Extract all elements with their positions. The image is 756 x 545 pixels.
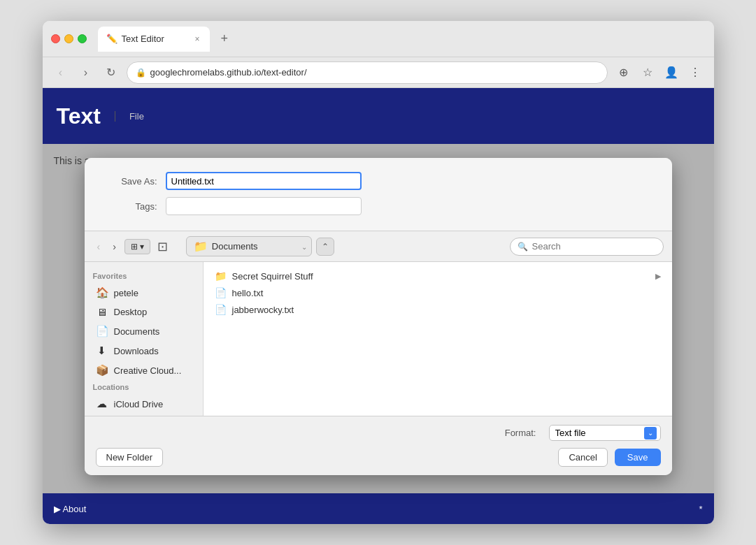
star-icon[interactable]: ☆ [637, 62, 658, 83]
app-footer-star: * [699, 504, 702, 514]
dialog-footer: Format: Text file HTML Markdown ⌄ [85, 416, 672, 475]
home-icon: 🏠 [96, 286, 108, 299]
sidebar-item-desktop[interactable]: 🖥 Desktop [87, 303, 200, 321]
sidebar-item-icloud[interactable]: ☁ iCloud Drive [87, 394, 200, 414]
close-button[interactable] [51, 34, 60, 43]
sidebar-label-icloud: iCloud Drive [114, 399, 164, 409]
file-list: 📁 Secret Squirrel Stuff ▶ 📄 hello.txt 📄 … [204, 262, 672, 416]
sidebar-label-desktop: Desktop [114, 307, 148, 317]
expand-button[interactable]: ⌃ [316, 238, 334, 256]
page-content: Text File This is a n Save As: Tags: [43, 88, 714, 524]
filename-input[interactable] [166, 172, 362, 190]
tags-field: Tags: [101, 197, 655, 215]
view-chevron-icon: ▾ [140, 242, 144, 252]
modal-overlay: Save As: Tags: ‹ › ⊞ [43, 144, 714, 493]
tags-label: Tags: [101, 201, 157, 212]
menu-icon[interactable]: ⋮ [685, 62, 706, 83]
save-as-field: Save As: [101, 172, 655, 190]
minimize-button[interactable] [64, 34, 73, 43]
browser-tab[interactable]: ✏️ Text Editor × [98, 27, 210, 52]
toolbar-back-button[interactable]: ‹ [93, 238, 105, 255]
new-folder-button[interactable]: New Folder [96, 448, 163, 467]
documents-icon: 📄 [96, 325, 108, 337]
view-toggle-button[interactable]: ⊞ ▾ [124, 239, 150, 254]
sidebar: Favorites 🏠 petele 🖥 Desktop 📄 [85, 262, 204, 416]
format-row: Format: Text file HTML Markdown ⌄ [96, 425, 661, 441]
forward-button[interactable]: › [76, 63, 96, 82]
browser-window: ✏️ Text Editor × + ‹ › ↻ 🔒 googlechromel… [43, 21, 714, 524]
app-header: Text File [43, 88, 714, 144]
dialog-body: Favorites 🏠 petele 🖥 Desktop 📄 [85, 262, 672, 416]
dialog-buttons: New Folder Cancel Save [96, 448, 661, 467]
sidebar-label-creative-cloud: Creative Cloud... [114, 365, 182, 376]
dialog-header: Save As: Tags: [85, 158, 672, 231]
sidebar-item-creative-cloud[interactable]: 📦 Creative Cloud... [87, 361, 200, 380]
cancel-button[interactable]: Cancel [558, 448, 607, 467]
sidebar-item-petele[interactable]: 🏠 petele [87, 283, 200, 303]
dialog-toolbar: ‹ › ⊞ ▾ ⊡ 📁 Documents ⌄ [85, 231, 672, 262]
format-select[interactable]: Text file HTML Markdown [549, 425, 661, 441]
traffic-lights [51, 34, 87, 43]
save-button[interactable]: Save [615, 449, 661, 466]
icloud-icon: ☁ [96, 398, 108, 410]
address-bar: ‹ › ↻ 🔒 googlechromelabs.github.io/text-… [43, 57, 714, 88]
save-dialog: Save As: Tags: ‹ › ⊞ [85, 158, 672, 475]
app-footer-text: ▶ About [54, 504, 87, 514]
app-body: This is a n Save As: Tags: [43, 144, 714, 493]
creative-cloud-icon: 📦 [96, 364, 108, 377]
url-text: googlechromelabs.github.io/text-editor/ [150, 67, 307, 78]
sidebar-label-downloads: Downloads [114, 346, 159, 356]
toolbar-new-folder-button[interactable]: ⊡ [155, 236, 171, 257]
file-icon: 📄 [215, 287, 227, 298]
downloads-icon: ⬇ [96, 344, 108, 357]
location-label: Documents [212, 241, 258, 252]
format-select-wrapper: Text file HTML Markdown ⌄ [549, 425, 661, 441]
tab-title: Text Editor [122, 34, 190, 44]
maximize-button[interactable] [78, 34, 87, 43]
sidebar-item-documents[interactable]: 📄 Documents [87, 321, 200, 341]
file-icon: 📄 [215, 304, 227, 315]
profile-icon[interactable]: 👤 [661, 62, 682, 83]
sidebar-label-petele: petele [114, 288, 138, 298]
tab-icon: ✏️ [106, 34, 117, 44]
lock-icon: 🔒 [136, 68, 146, 78]
search-field: 🔍 [510, 238, 664, 256]
search-icon: 🔍 [518, 242, 528, 252]
title-bar: ✏️ Text Editor × + [43, 21, 714, 57]
arrow-icon: ▶ [655, 272, 661, 281]
location-folder-icon: 📁 [194, 240, 208, 253]
list-item[interactable]: 📄 jabberwocky.txt [209, 301, 666, 318]
sidebar-label-documents: Documents [114, 326, 160, 337]
list-item[interactable]: 📄 hello.txt [209, 284, 666, 301]
file-label: Secret Squirrel Stuff [232, 271, 313, 282]
locations-section-title: Locations [85, 380, 203, 394]
format-label: Format: [505, 428, 536, 438]
new-tab-button[interactable]: + [215, 29, 234, 49]
sidebar-item-downloads[interactable]: ⬇ Downloads [87, 341, 200, 361]
account-icon[interactable]: ⊕ [613, 62, 634, 83]
app-title: Text [57, 103, 101, 129]
list-item[interactable]: 📁 Secret Squirrel Stuff ▶ [209, 268, 666, 284]
favorites-section-title: Favorites [85, 269, 203, 283]
browser-actions: ⊕ ☆ 👤 ⋮ [613, 62, 706, 83]
search-input[interactable] [532, 241, 656, 252]
desktop-icon: 🖥 [96, 306, 108, 318]
file-label: hello.txt [232, 288, 264, 298]
back-button[interactable]: ‹ [51, 63, 71, 82]
location-chevron-icon: ⌄ [301, 242, 307, 250]
tab-close-button[interactable]: × [193, 33, 201, 45]
location-selector[interactable]: 📁 Documents ⌄ [186, 236, 312, 256]
folder-icon: 📁 [215, 270, 227, 282]
file-label: jabberwocky.txt [232, 305, 294, 315]
refresh-button[interactable]: ↻ [101, 63, 121, 82]
app-footer: ▶ About * [43, 493, 714, 524]
toolbar-forward-button[interactable]: › [108, 238, 120, 255]
save-as-label: Save As: [101, 176, 157, 187]
view-icon: ⊞ [131, 242, 138, 252]
app-subtitle: File [115, 111, 144, 122]
tags-input[interactable] [166, 197, 362, 215]
url-bar[interactable]: 🔒 googlechromelabs.github.io/text-editor… [127, 61, 608, 84]
